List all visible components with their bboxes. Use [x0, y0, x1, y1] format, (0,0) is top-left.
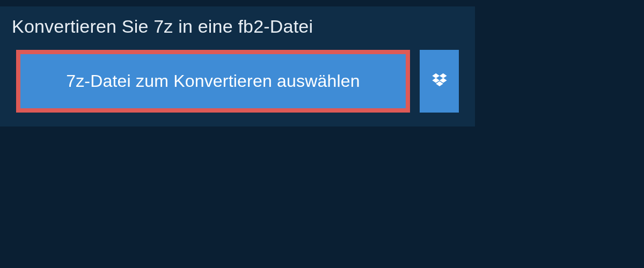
dropbox-icon	[430, 73, 449, 90]
converter-panel: Konvertieren Sie 7z in eine fb2-Datei 7z…	[0, 6, 475, 126]
dropbox-button[interactable]	[420, 50, 459, 113]
title-bar: Konvertieren Sie 7z in eine fb2-Datei	[0, 6, 475, 50]
select-file-button[interactable]: 7z-Datei zum Konvertieren auswählen	[20, 54, 406, 108]
page-title: Konvertieren Sie 7z in eine fb2-Datei	[12, 16, 463, 37]
select-file-highlight: 7z-Datei zum Konvertieren auswählen	[16, 50, 410, 113]
action-row: 7z-Datei zum Konvertieren auswählen	[0, 50, 475, 126]
